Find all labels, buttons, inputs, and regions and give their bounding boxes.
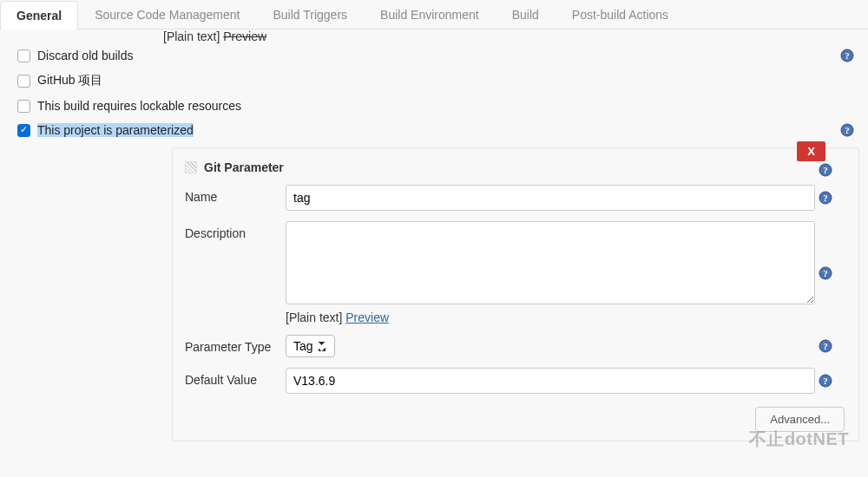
- panel-header: Git Parameter ?: [185, 155, 846, 185]
- lockable-label[interactable]: This build requires lockable resources: [37, 99, 241, 113]
- svg-text:?: ?: [823, 268, 828, 278]
- svg-text:?: ?: [823, 341, 828, 351]
- svg-text:?: ?: [845, 50, 850, 61]
- help-icon[interactable]: ?: [819, 191, 832, 205]
- row-name: Name ?: [185, 185, 846, 211]
- lockable-checkbox[interactable]: [17, 100, 30, 113]
- option-lockable-resources: This build requires lockable resources: [0, 94, 868, 118]
- help-icon[interactable]: ?: [819, 163, 832, 177]
- github-label[interactable]: GitHub 项目: [37, 73, 102, 88]
- tab-general[interactable]: General: [0, 1, 78, 29]
- svg-text:?: ?: [823, 376, 828, 386]
- previous-preview-row: [Plain text] Preview: [163, 29, 868, 43]
- row-default-value: Default Value ?: [185, 368, 846, 394]
- name-label: Name: [185, 185, 286, 204]
- preview-link[interactable]: Preview: [345, 310, 389, 324]
- plain-text-label: [Plain text]: [163, 29, 220, 43]
- help-icon[interactable]: ?: [819, 374, 832, 388]
- help-icon[interactable]: ?: [840, 123, 854, 137]
- description-textarea[interactable]: [286, 221, 815, 304]
- discard-checkbox[interactable]: [17, 49, 30, 62]
- help-icon[interactable]: ?: [819, 339, 832, 353]
- parameterized-label[interactable]: This project is parameterized: [37, 123, 194, 137]
- tab-triggers[interactable]: Build Triggers: [256, 0, 364, 29]
- svg-text:?: ?: [845, 125, 850, 135]
- svg-text:?: ?: [823, 165, 828, 175]
- git-parameter-panel: X Git Parameter ? Name ? Description [Pl…: [172, 147, 859, 441]
- tab-scm[interactable]: Source Code Management: [78, 0, 256, 29]
- description-label: Description: [185, 221, 286, 240]
- help-icon[interactable]: ?: [819, 266, 832, 280]
- tab-postbuild[interactable]: Post-build Actions: [556, 0, 685, 29]
- default-value-label: Default Value: [185, 368, 286, 387]
- tab-environment[interactable]: Build Environment: [364, 0, 496, 29]
- svg-text:?: ?: [823, 193, 828, 203]
- config-tabs: General Source Code Management Build Tri…: [0, 0, 868, 29]
- parameter-type-label: Parameter Type: [185, 335, 286, 354]
- github-checkbox[interactable]: [17, 75, 30, 88]
- help-icon[interactable]: ?: [840, 49, 854, 62]
- parameterized-checkbox[interactable]: [17, 124, 30, 137]
- option-github-project: GitHub 项目: [0, 68, 868, 94]
- row-parameter-type: Parameter Type Tag ?: [185, 335, 846, 357]
- general-content: [Plain text] Preview Discard old builds …: [0, 29, 868, 441]
- parameter-type-select[interactable]: Tag: [286, 335, 335, 357]
- discard-label[interactable]: Discard old builds: [37, 49, 134, 62]
- panel-title: Git Parameter: [204, 160, 284, 174]
- plain-text-label: [Plain text]: [286, 310, 342, 324]
- option-parameterized: This project is parameterized ?: [0, 118, 868, 142]
- name-input[interactable]: [286, 185, 815, 211]
- drag-handle-icon[interactable]: [185, 161, 197, 173]
- default-value-input[interactable]: [286, 368, 815, 394]
- preview-link-strike[interactable]: Preview: [223, 29, 266, 43]
- tab-build[interactable]: Build: [496, 0, 556, 29]
- row-description: Description [Plain text] Preview ?: [185, 221, 846, 324]
- option-discard-old-builds: Discard old builds ?: [0, 43, 868, 68]
- advanced-button[interactable]: Advanced...: [755, 407, 845, 432]
